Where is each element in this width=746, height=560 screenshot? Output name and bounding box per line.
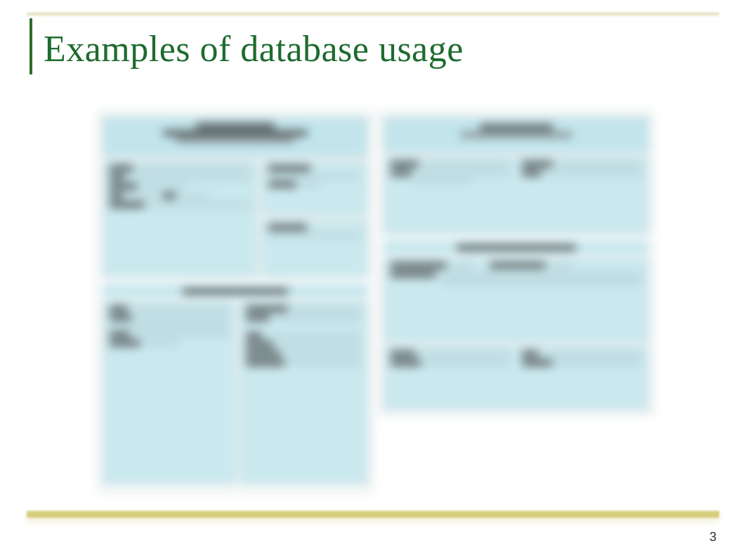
form-left-body-a [103,161,258,277]
slide: Examples of database usage [0,0,746,560]
form-left-header [103,117,367,157]
frame-left-rule [30,18,32,74]
slide-title: Examples of database usage [44,28,464,70]
page-number: 3 [709,530,716,545]
form-left-subheader [103,285,367,297]
form-right [379,112,653,415]
frame-top-rule [27,13,719,17]
form-left-body-c [262,220,367,277]
form-right-body-b [384,258,648,342]
form-left-body-b [262,161,367,216]
form-left [98,112,372,492]
form-right-header [384,117,648,152]
form-left-body-d [103,301,235,484]
form-left-body-e [240,301,367,484]
blurred-forms-preview [98,112,660,506]
frame-bottom-rule [27,511,719,518]
form-right-body-c [384,346,648,410]
form-right-subheader [384,241,648,254]
form-right-body-a [384,157,648,234]
